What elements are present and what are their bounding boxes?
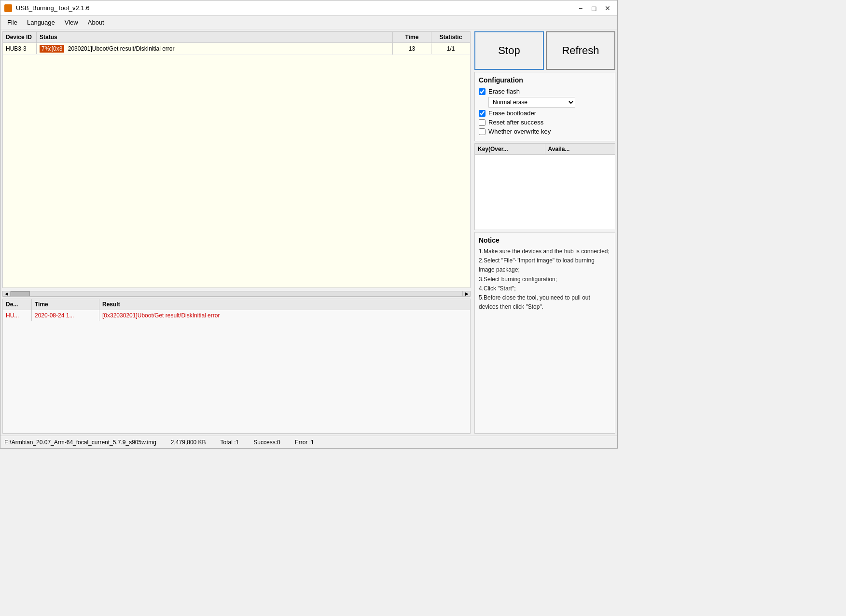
notice-text: 1.Make sure the devices and the hub is c…: [479, 247, 611, 312]
close-button[interactable]: ✕: [602, 2, 613, 14]
status-file-path: E:\Armbian_20.07_Arm-64_focal_current_5.…: [4, 439, 156, 446]
main-content: Device ID Status Time Statistic HUB3-3 7…: [0, 29, 617, 436]
status-file-size: 2,479,800 KB: [171, 439, 206, 446]
erase-type-dropdown[interactable]: Normal erase Full erase: [488, 97, 575, 108]
key-col-header-avail: Availa...: [545, 144, 615, 154]
log-panel: De... Time Result HU... 2020-08-24 1... …: [2, 299, 471, 434]
app-icon: [4, 4, 12, 12]
key-table-container: Key(Over... Availa...: [474, 143, 615, 230]
cell-time: 13: [393, 43, 431, 54]
horizontal-scrollbar[interactable]: ◀ ▶: [2, 290, 471, 298]
table-row: HUB3-3 7%:[0x3 2030201]Uboot/Get result/…: [3, 43, 470, 55]
log-body: HU... 2020-08-24 1... [0x32030201]Uboot/…: [3, 310, 470, 433]
erase-flash-label: Erase flash: [488, 88, 520, 95]
status-success: Success:0: [253, 439, 280, 446]
status-text: 2030201]Uboot/Get result/DiskInitial err…: [68, 45, 175, 52]
erase-flash-row: Erase flash: [479, 88, 611, 95]
log-col-header-time: Time: [32, 299, 99, 310]
notice-item-3: 3.Select burning configuration;: [479, 276, 557, 283]
main-window: USB_Burning_Tool_v2.1.6 − ◻ ✕ File Langu…: [0, 0, 618, 449]
status-total: Total :1: [221, 439, 239, 446]
log-col-header-result: Result: [99, 299, 470, 310]
erase-bootloader-label: Erase bootloader: [488, 110, 536, 117]
log-cell-result: [0x32030201]Uboot/Get result/DiskInitial…: [99, 310, 470, 321]
notice-item-4: 4.Click "Start";: [479, 285, 516, 292]
menu-language[interactable]: Language: [22, 17, 60, 28]
menu-file[interactable]: File: [2, 17, 22, 28]
action-buttons: Stop Refresh: [474, 31, 615, 70]
whether-overwrite-key-row: Whether overwrite key: [479, 128, 611, 135]
left-panel: Device ID Status Time Statistic HUB3-3 7…: [0, 29, 472, 436]
title-bar-controls: − ◻ ✕: [575, 2, 613, 14]
log-col-header-de: De...: [3, 299, 32, 310]
title-bar: USB_Burning_Tool_v2.1.6 − ◻ ✕: [0, 0, 617, 16]
log-row: HU... 2020-08-24 1... [0x32030201]Uboot/…: [3, 310, 470, 321]
notice-title: Notice: [479, 236, 611, 244]
scroll-track[interactable]: [10, 291, 463, 297]
right-panel: Stop Refresh Configuration Erase flash N…: [472, 29, 617, 436]
erase-bootloader-row: Erase bootloader: [479, 110, 611, 117]
refresh-button[interactable]: Refresh: [546, 31, 615, 70]
cell-status: 7%:[0x3 2030201]Uboot/Get result/DiskIni…: [37, 43, 393, 55]
config-section: Configuration Erase flash Normal erase F…: [474, 72, 615, 141]
notice-section: Notice 1.Make sure the devices and the h…: [474, 232, 615, 434]
col-header-device-id: Device ID: [3, 32, 37, 42]
device-table-body: HUB3-3 7%:[0x3 2030201]Uboot/Get result/…: [3, 43, 470, 287]
status-error: Error :1: [295, 439, 314, 446]
log-cell-time: 2020-08-24 1...: [32, 310, 99, 321]
stop-button[interactable]: Stop: [474, 31, 544, 70]
maximize-button[interactable]: ◻: [588, 2, 600, 14]
menu-bar: File Language View About: [0, 16, 617, 29]
window-title: USB_Burning_Tool_v2.1.6: [16, 4, 90, 12]
scroll-right-arrow[interactable]: ▶: [463, 291, 471, 297]
notice-item-5: 5.Before close the tool, you need to pul…: [479, 294, 590, 310]
key-col-header-key: Key(Over...: [475, 144, 545, 154]
log-cell-device: HU...: [3, 310, 32, 321]
log-header: De... Time Result: [3, 299, 470, 310]
reset-after-success-label: Reset after success: [488, 119, 543, 126]
config-title: Configuration: [479, 76, 611, 84]
col-header-statistic: Statistic: [431, 32, 470, 42]
whether-overwrite-key-checkbox[interactable]: [479, 128, 485, 135]
device-table-container: Device ID Status Time Statistic HUB3-3 7…: [2, 31, 471, 288]
notice-item-2: 2.Select "File"-"Import image" to load b…: [479, 257, 595, 273]
key-table-header: Key(Over... Availa...: [475, 144, 615, 155]
erase-flash-checkbox[interactable]: [479, 88, 485, 95]
menu-view[interactable]: View: [60, 17, 83, 28]
cell-statistic: 1/1: [431, 43, 470, 54]
scroll-left-arrow[interactable]: ◀: [2, 291, 10, 297]
key-table-body: [475, 155, 615, 230]
device-table-header: Device ID Status Time Statistic: [3, 32, 470, 43]
whether-overwrite-key-label: Whether overwrite key: [488, 128, 551, 135]
reset-after-success-row: Reset after success: [479, 119, 611, 126]
menu-about[interactable]: About: [83, 17, 109, 28]
status-bar: E:\Armbian_20.07_Arm-64_focal_current_5.…: [0, 436, 617, 448]
notice-item-1: 1.Make sure the devices and the hub is c…: [479, 248, 610, 255]
reset-after-success-checkbox[interactable]: [479, 119, 485, 126]
scroll-thumb[interactable]: [11, 291, 30, 296]
title-bar-left: USB_Burning_Tool_v2.1.6: [4, 4, 90, 12]
col-header-status: Status: [37, 32, 393, 42]
minimize-button[interactable]: −: [575, 2, 586, 14]
status-badge: 7%:[0x3: [40, 45, 64, 53]
erase-bootloader-checkbox[interactable]: [479, 110, 485, 117]
col-header-time: Time: [393, 32, 431, 42]
cell-device-id: HUB3-3: [3, 43, 37, 54]
